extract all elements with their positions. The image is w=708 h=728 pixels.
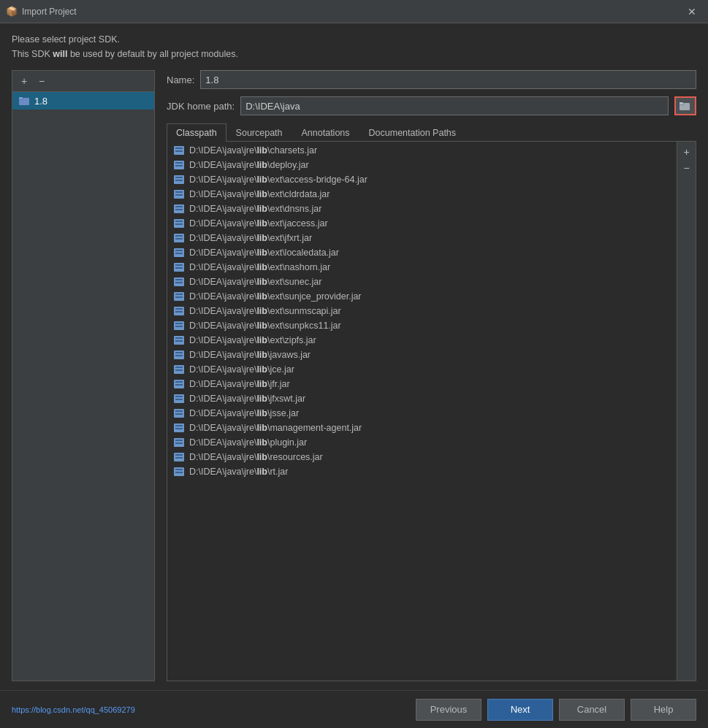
list-item[interactable]: D:\IDEA\java\jre\lib\ext\zipfs.jar (167, 333, 677, 348)
jar-icon (173, 159, 185, 171)
svg-rect-5 (680, 102, 683, 104)
sdk-folder-icon (18, 95, 30, 107)
list-item[interactable]: D:\IDEA\java\jre\lib\jfxswt.jar (167, 391, 677, 406)
name-label: Name: (167, 74, 194, 85)
jar-icon (173, 261, 185, 273)
desc-suffix: be used by default by all project module… (67, 49, 237, 59)
list-item[interactable]: D:\IDEA\java\jre\lib\deploy.jar (167, 158, 677, 172)
jar-path-text: D:\IDEA\java\jre\lib\ext\access-bridge-6… (189, 175, 368, 185)
jar-icon (173, 247, 185, 258)
jar-icon (173, 320, 185, 332)
jar-path-text: D:\IDEA\java\jre\lib\javaws.jar (189, 350, 311, 360)
jar-icon (173, 349, 185, 361)
desc-line2: This SDK will be used by default by all … (12, 47, 696, 61)
list-item[interactable]: D:\IDEA\java\jre\lib\jce.jar (167, 362, 677, 377)
jar-path-text: D:\IDEA\java\jre\lib\ext\sunec.jar (189, 277, 321, 287)
cancel-button[interactable]: Cancel (559, 699, 625, 721)
jar-icon (173, 188, 185, 200)
close-button[interactable]: ✕ (682, 1, 702, 22)
jar-icon (173, 422, 185, 434)
main-content: + − 1.8 Name: (12, 70, 696, 681)
jar-icon (173, 305, 185, 317)
jar-path-text: D:\IDEA\java\jre\lib\plugin.jar (189, 437, 307, 448)
list-item[interactable]: D:\IDEA\java\jre\lib\rt.jar (167, 464, 677, 479)
jar-path-text: D:\IDEA\java\jre\lib\jfr.jar (189, 379, 290, 389)
jar-path-text: D:\IDEA\java\jre\lib\charsets.jar (189, 145, 317, 156)
name-field-row: Name: (167, 70, 696, 89)
list-item[interactable]: D:\IDEA\java\jre\lib\ext\access-bridge-6… (167, 172, 677, 187)
jar-icon (173, 203, 185, 215)
add-jar-button[interactable]: + (680, 145, 694, 159)
list-item[interactable]: D:\IDEA\java\jre\lib\ext\sunec.jar (167, 275, 677, 289)
jar-path-text: D:\IDEA\java\jre\lib\rt.jar (189, 467, 288, 477)
jar-path-text: D:\IDEA\java\jre\lib\ext\sunmscapi.jar (189, 306, 341, 316)
list-item[interactable]: D:\IDEA\java\jre\lib\jsse.jar (167, 406, 677, 421)
jar-icon (173, 407, 185, 419)
list-item[interactable]: D:\IDEA\java\jre\lib\ext\nashorn.jar (167, 260, 677, 275)
left-panel: + − 1.8 (12, 70, 155, 681)
jar-icon (173, 334, 185, 346)
list-item[interactable]: D:\IDEA\java\jre\lib\ext\jfxrt.jar (167, 231, 677, 245)
list-item[interactable]: D:\IDEA\java\jre\lib\management-agent.ja… (167, 421, 677, 435)
tab-annotations[interactable]: Annotations (292, 123, 359, 142)
tab-classpath[interactable]: Classpath (167, 123, 227, 142)
jar-icon (173, 437, 185, 448)
jar-path-text: D:\IDEA\java\jre\lib\ext\jaccess.jar (189, 218, 328, 229)
list-item[interactable]: D:\IDEA\java\jre\lib\ext\sunjce_provider… (167, 289, 677, 304)
name-input[interactable] (200, 70, 696, 89)
list-item[interactable]: D:\IDEA\java\jre\lib\ext\sunpkcs11.jar (167, 318, 677, 333)
jar-icon (173, 466, 185, 478)
jar-path-text: D:\IDEA\java\jre\lib\ext\cldrdata.jar (189, 189, 330, 199)
title-bar-text: Import Project (22, 7, 682, 17)
jar-path-text: D:\IDEA\java\jre\lib\jce.jar (189, 364, 294, 375)
jar-path-text: D:\IDEA\java\jre\lib\resources.jar (189, 452, 323, 462)
jar-path-text: D:\IDEA\java\jre\lib\jsse.jar (189, 408, 299, 418)
list-item[interactable]: D:\IDEA\java\jre\lib\jfr.jar (167, 377, 677, 391)
jar-icon (173, 232, 185, 244)
help-button[interactable]: Help (631, 699, 696, 721)
list-item[interactable]: D:\IDEA\java\jre\lib\ext\jaccess.jar (167, 216, 677, 231)
sdk-item-label: 1.8 (34, 96, 47, 107)
jar-icon (173, 291, 185, 302)
jar-icon (173, 393, 185, 405)
desc-line1: Please select project SDK. (12, 32, 696, 47)
desc-bold: will (53, 49, 67, 59)
remove-jar-button[interactable]: − (680, 161, 694, 175)
remove-sdk-button[interactable]: − (34, 74, 49, 88)
list-item[interactable]: D:\IDEA\java\jre\lib\ext\localedata.jar (167, 245, 677, 260)
svg-rect-2 (19, 97, 23, 99)
desc-prefix: This SDK (12, 49, 53, 59)
browse-button[interactable] (674, 96, 696, 115)
dialog-body: Please select project SDK. This SDK will… (0, 23, 708, 690)
list-item[interactable]: D:\IDEA\java\jre\lib\charsets.jar (167, 143, 677, 158)
add-sdk-button[interactable]: + (17, 74, 31, 88)
next-button[interactable]: Next (487, 699, 553, 721)
list-side-toolbar: + − (677, 142, 696, 681)
list-item[interactable]: D:\IDEA\java\jre\lib\plugin.jar (167, 435, 677, 450)
description: Please select project SDK. This SDK will… (12, 32, 696, 61)
jar-icon (173, 218, 185, 229)
list-item[interactable]: D:\IDEA\java\jre\lib\ext\sunmscapi.jar (167, 304, 677, 318)
jar-path-text: D:\IDEA\java\jre\lib\ext\zipfs.jar (189, 335, 316, 345)
jar-icon (173, 378, 185, 390)
list-item[interactable]: D:\IDEA\java\jre\lib\resources.jar (167, 450, 677, 464)
tab-sourcepath[interactable]: Sourcepath (227, 123, 292, 142)
jar-path-text: D:\IDEA\java\jre\lib\ext\jfxrt.jar (189, 233, 312, 243)
list-item[interactable]: D:\IDEA\java\jre\lib\javaws.jar (167, 348, 677, 362)
jar-icon (173, 174, 185, 185)
list-item[interactable]: D:\IDEA\java\jre\lib\ext\cldrdata.jar (167, 187, 677, 202)
tab-documentation-paths[interactable]: Documentation Paths (359, 123, 466, 142)
jar-path-text: D:\IDEA\java\jre\lib\ext\dnsns.jar (189, 204, 321, 214)
jar-icon (173, 364, 185, 375)
jar-path-text: D:\IDEA\java\jre\lib\ext\localedata.jar (189, 248, 339, 258)
list-item[interactable]: D:\IDEA\java\jre\lib\ext\dnsns.jar (167, 202, 677, 216)
sdk-item-1.8[interactable]: 1.8 (12, 92, 154, 110)
previous-button[interactable]: Previous (416, 699, 481, 721)
jdk-path-field-row: JDK home path: (167, 96, 696, 115)
app-icon: 📦 (6, 6, 18, 18)
jdk-path-input[interactable] (240, 96, 669, 115)
footer: https://blog.csdn.net/qq_45069279 Previo… (0, 690, 708, 728)
jar-icon (173, 276, 185, 288)
jar-path-text: D:\IDEA\java\jre\lib\ext\sunpkcs11.jar (189, 321, 341, 331)
footer-link[interactable]: https://blog.csdn.net/qq_45069279 (12, 705, 135, 714)
